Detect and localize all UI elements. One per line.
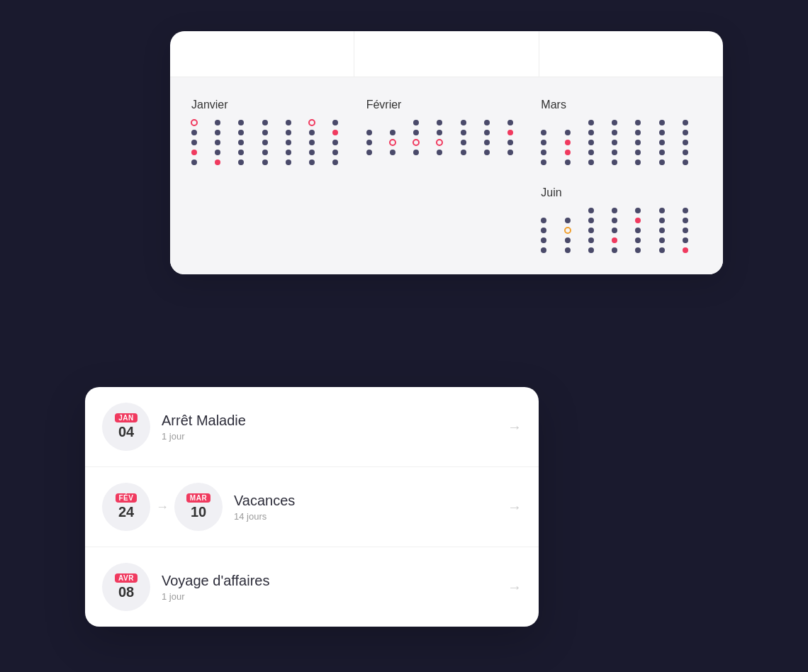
calendar-dot <box>588 218 594 223</box>
calendar-dot <box>215 159 220 165</box>
calendar-dot <box>286 140 291 145</box>
day-num: 08 <box>118 584 134 600</box>
calendar-dot <box>635 247 641 253</box>
navigate-arrow-icon[interactable]: → <box>496 579 522 595</box>
calendar-dot <box>565 140 571 145</box>
dot-grid <box>366 120 527 155</box>
calendar-dot <box>541 228 546 233</box>
event-duration: 1 jour <box>162 431 496 442</box>
calendar-dot <box>541 218 546 223</box>
calendar-dot <box>262 140 268 145</box>
dot-grid <box>541 208 702 253</box>
calendar-dot <box>413 120 419 125</box>
calendar-dot <box>659 150 665 155</box>
calendar-dot <box>635 159 641 165</box>
calendar-dot <box>413 139 420 146</box>
calendar-dot <box>659 130 665 135</box>
calendar-dot <box>436 139 443 146</box>
calendar-dot <box>507 140 513 145</box>
calendar-dot <box>238 159 244 165</box>
calendar-dot <box>308 119 315 126</box>
calendar-dot <box>588 208 594 213</box>
calendar-dot <box>683 159 688 165</box>
calendar-dot <box>366 130 372 135</box>
calendar-dot <box>659 237 665 243</box>
calendar-dot <box>612 140 617 145</box>
month-name: Janvier <box>191 99 352 111</box>
calendar-dot <box>238 150 244 155</box>
calendar-dot <box>541 159 546 165</box>
calendar-dot <box>612 120 617 125</box>
calendar-dot <box>238 130 244 135</box>
calendar-dot <box>635 120 641 125</box>
start-date-badge: FÉV24 <box>102 483 150 531</box>
calendar-dot <box>437 130 442 135</box>
navigate-arrow-icon[interactable]: → <box>496 419 522 435</box>
scene: JanvierFévrierMarsJuin JAN04Arrêt Maladi… <box>85 31 723 641</box>
calendar-dot <box>332 159 338 165</box>
calendar-dot <box>262 120 268 125</box>
calendar-dot <box>507 130 513 135</box>
calendar-dot <box>612 237 617 243</box>
calendar-dot <box>191 159 197 165</box>
calendar-dot <box>635 237 641 243</box>
calendar-dot <box>659 247 665 253</box>
calendar-dot <box>541 208 546 213</box>
calendar-dot <box>461 130 466 135</box>
calendar-dot <box>565 120 571 125</box>
calendar-dot <box>565 150 571 155</box>
start-day: 24 <box>118 504 134 520</box>
calendar-dot <box>484 140 490 145</box>
stat-available <box>354 31 539 77</box>
calendar-dot <box>413 150 419 155</box>
calendar-dot <box>588 228 594 233</box>
event-title: Voyage d'affaires <box>162 573 496 589</box>
calendar-dot <box>565 247 571 253</box>
event-title: Vacances <box>234 493 496 509</box>
calendar-dot <box>191 140 197 145</box>
calendar-dot <box>286 120 291 125</box>
calendar-dot <box>366 140 372 145</box>
calendar-dot <box>565 130 571 135</box>
main-card: JanvierFévrierMarsJuin <box>170 31 723 274</box>
start-month-label: FÉV <box>116 493 138 503</box>
calendar-dot <box>565 218 571 223</box>
month-label: AVR <box>115 573 138 583</box>
date-badge: JAN04 <box>102 403 150 451</box>
calendar-dot <box>683 247 688 253</box>
calendar-dot <box>437 150 442 155</box>
calendar-dot <box>262 159 268 165</box>
calendar-dot <box>262 130 268 135</box>
navigate-arrow-icon[interactable]: → <box>496 499 522 515</box>
calendar-dot <box>683 218 688 223</box>
event-item[interactable]: AVR08Voyage d'affaires1 jour→ <box>85 547 539 627</box>
calendar-dot <box>612 130 617 135</box>
calendar-dot <box>191 119 198 126</box>
calendar-dot <box>683 120 688 125</box>
calendar-dot <box>635 208 641 213</box>
calendar-dot <box>437 120 442 125</box>
calendar-dot <box>659 120 665 125</box>
calendar-dot <box>309 130 315 135</box>
month-name: Février <box>366 99 527 111</box>
calendar-dot <box>612 247 617 253</box>
event-item[interactable]: FÉV24→MAR10Vacances14 jours→ <box>85 467 539 547</box>
calendar-dot <box>309 140 315 145</box>
calendar-dot <box>507 120 513 125</box>
event-info: Vacances14 jours <box>234 493 496 522</box>
calendar-dot <box>588 120 594 125</box>
month-label: JAN <box>115 413 138 422</box>
calendar-dot <box>659 159 665 165</box>
event-item[interactable]: JAN04Arrêt Maladie1 jour→ <box>85 387 539 467</box>
calendar-dot <box>635 228 641 233</box>
calendar-dot <box>588 140 594 145</box>
calendar-dot <box>484 120 490 125</box>
calendar-dot <box>366 120 372 125</box>
stats-row <box>170 31 723 77</box>
calendar-dot <box>564 227 571 234</box>
calendar-dot <box>238 120 244 125</box>
calendar-dot <box>541 237 546 243</box>
calendar-dot <box>635 140 641 145</box>
month-février: Février <box>366 99 527 165</box>
end-month-label: MAR <box>186 493 211 503</box>
